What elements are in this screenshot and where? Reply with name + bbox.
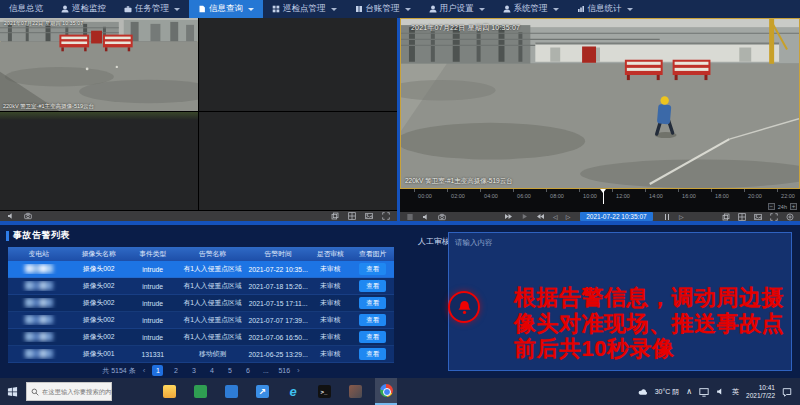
rewind-icon[interactable] xyxy=(504,213,513,220)
image-icon[interactable] xyxy=(365,212,373,220)
col-event-type: 事件类型 xyxy=(128,249,178,259)
copy-window-icon[interactable] xyxy=(722,213,730,221)
table-row[interactable]: 摄像头002 intrude 有1人入侵重点区域 2021-07-18 15:2… xyxy=(8,278,394,295)
play-icon[interactable] xyxy=(521,213,528,220)
nav-item-user-settings[interactable]: 用户设置 xyxy=(420,0,494,18)
nav-item-patrol-point-mgmt[interactable]: 巡检点管理 xyxy=(263,0,346,18)
cell-camera: 摄像头002 xyxy=(70,264,128,274)
nav-item-task-mgmt[interactable]: 任务管理 xyxy=(115,0,189,18)
action-center-icon[interactable] xyxy=(782,387,792,397)
share-app-icon[interactable]: ↗ xyxy=(251,378,273,405)
nav-item-system-mgmt[interactable]: 系统管理 xyxy=(494,0,568,18)
alarm-bell-badge xyxy=(448,291,480,323)
hidden-icons-chevron[interactable]: ∧ xyxy=(686,387,692,396)
pause-icon[interactable] xyxy=(665,214,670,220)
page-ellipsis[interactable]: ... xyxy=(260,365,271,376)
nav-label: 台账管理 xyxy=(366,3,400,15)
view-button[interactable]: 查看 xyxy=(359,280,386,292)
grid-layout-icon[interactable] xyxy=(738,213,746,221)
zoom-out-button[interactable]: − xyxy=(768,203,775,210)
display-icon[interactable] xyxy=(699,387,709,397)
nav-item-info-stats[interactable]: 信息统计 xyxy=(568,0,642,18)
nav-item-overview[interactable]: 信息总览 xyxy=(0,0,52,18)
taskbar-search[interactable] xyxy=(26,382,112,401)
snapshot-camera-icon[interactable] xyxy=(438,213,446,221)
copy-window-icon[interactable] xyxy=(331,212,339,220)
tick-label: 00:00 xyxy=(414,193,436,199)
cell-type: 131331 xyxy=(128,351,178,358)
chevron-down-icon xyxy=(627,8,633,11)
table-row[interactable]: 摄像头002 intrude 有1人入侵重点区域 2021-07-06 16:5… xyxy=(8,329,394,346)
taskbar-clock[interactable]: 10:41 2021/7/22 xyxy=(746,384,775,400)
play-forward-icon[interactable]: ▷ xyxy=(679,214,684,220)
weather-text[interactable]: 30°C 阴 xyxy=(655,387,680,397)
internet-explorer-icon[interactable]: e xyxy=(282,378,304,405)
image-icon[interactable] xyxy=(754,213,762,221)
file-explorer-icon[interactable] xyxy=(158,378,180,405)
view-button[interactable]: 查看 xyxy=(359,263,386,275)
weather-cloud-icon[interactable] xyxy=(638,387,648,397)
media-app-icon[interactable] xyxy=(344,378,366,405)
video-cell-empty[interactable] xyxy=(199,18,397,111)
green-app-icon[interactable] xyxy=(189,378,211,405)
stream-list-icon[interactable] xyxy=(406,213,414,221)
zoom-in-button[interactable]: + xyxy=(790,203,797,210)
app-screen: 信息总览 巡检监控 任务管理 信息查询 巡检点管理 台账管理 用户设 xyxy=(0,0,800,405)
table-row[interactable]: 摄像头001 131331 移动侦测 2021-06-25 13:29... 未… xyxy=(8,346,394,363)
next-page-button[interactable]: › xyxy=(297,366,300,375)
search-input[interactable] xyxy=(42,388,112,395)
nav-item-info-query[interactable]: 信息查询 xyxy=(189,0,263,18)
grid-layout-icon[interactable] xyxy=(348,212,356,220)
snapshot-camera-icon[interactable] xyxy=(24,212,32,220)
page-button[interactable]: 6 xyxy=(242,365,253,376)
main-video-player[interactable]: 2021年07月22日 星期四 10:35:07 220kV 警卫室-#1主变高… xyxy=(400,18,800,189)
fullscreen-icon[interactable] xyxy=(382,212,390,220)
nav-label: 信息总览 xyxy=(9,3,43,15)
fast-forward-icon[interactable] xyxy=(536,213,545,220)
start-button[interactable] xyxy=(0,378,24,405)
page-button[interactable]: 516 xyxy=(278,365,290,376)
fullscreen-icon[interactable] xyxy=(770,213,778,221)
blue-app-icon[interactable] xyxy=(220,378,242,405)
tick-label: 16:00 xyxy=(678,193,700,199)
left-video-toolbar xyxy=(0,211,397,221)
blurred-text xyxy=(25,315,53,324)
table-row[interactable]: 摄像头002 intrude 有1人入侵重点区域 2021-07-22 10:3… xyxy=(8,261,394,278)
prev-page-button[interactable]: ‹ xyxy=(143,366,146,375)
speaker-icon[interactable] xyxy=(7,212,15,220)
page-button[interactable]: 1 xyxy=(152,365,163,376)
page-button[interactable]: 2 xyxy=(170,365,181,376)
view-button[interactable]: 查看 xyxy=(359,331,386,343)
table-row[interactable]: 摄像头002 intrude 有1人入侵重点区域 2021-07-07 17:3… xyxy=(8,312,394,329)
nav-item-ledger-mgmt[interactable]: 台账管理 xyxy=(346,0,420,18)
playback-timeline[interactable]: 00:00 02:00 04:00 06:00 08:00 10:00 12:0… xyxy=(400,189,800,212)
view-button[interactable]: 查看 xyxy=(359,297,386,309)
terminal-icon[interactable]: >_ xyxy=(313,378,335,405)
col-reviewed: 是否审核 xyxy=(309,249,351,259)
view-button[interactable]: 查看 xyxy=(359,348,386,360)
blurred-text xyxy=(25,332,53,341)
page-button[interactable]: 4 xyxy=(206,365,217,376)
document-icon xyxy=(198,5,206,13)
blurred-text xyxy=(25,349,53,358)
nav-item-patrol-monitor[interactable]: 巡检监控 xyxy=(52,0,115,18)
step-back-icon[interactable]: ◁ xyxy=(553,214,558,220)
video-cell-live[interactable]: 2021年07月22日 星期四 10:35:07 220kV 警卫室-#1主变高… xyxy=(0,18,198,111)
tick-label: 22:00 xyxy=(777,193,799,199)
speaker-icon[interactable] xyxy=(422,213,430,221)
video-cell-empty[interactable] xyxy=(199,112,397,210)
timeline-playhead[interactable] xyxy=(603,189,604,204)
substation-redacted xyxy=(8,315,70,325)
video-caption: 220kV 警卫室-#1主变高摄像-519云台 xyxy=(3,103,94,110)
ime-indicator[interactable]: 英 xyxy=(732,387,739,397)
step-forward-icon[interactable]: ▷ xyxy=(566,214,571,220)
video-cell-empty[interactable] xyxy=(0,112,198,210)
page-button[interactable]: 5 xyxy=(224,365,235,376)
table-row[interactable]: 摄像头002 intrude 有1人入侵重点区域 2021-07-15 17:1… xyxy=(8,295,394,312)
chrome-icon[interactable] xyxy=(375,378,397,405)
video-timestamp: 2021年07月22日 星期四 10:35:07 xyxy=(4,20,83,26)
volume-icon[interactable] xyxy=(716,387,725,396)
view-button[interactable]: 查看 xyxy=(359,314,386,326)
page-button[interactable]: 3 xyxy=(188,365,199,376)
zoom-plus-icon[interactable] xyxy=(786,213,794,221)
